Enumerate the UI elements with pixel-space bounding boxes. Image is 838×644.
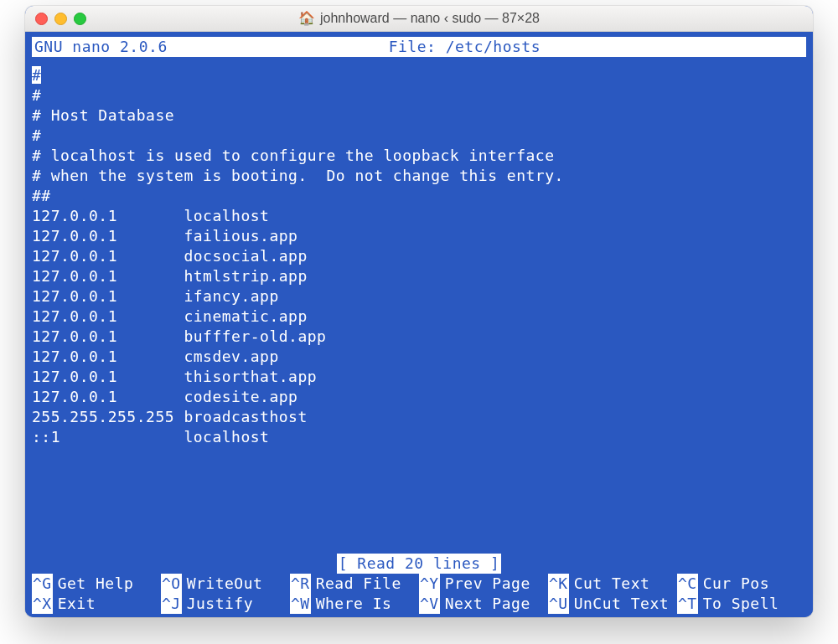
shortcut-key: ^V bbox=[419, 594, 440, 614]
shortcut-label: Get Help bbox=[58, 574, 134, 594]
close-icon[interactable] bbox=[35, 13, 48, 25]
minimize-icon[interactable] bbox=[54, 13, 67, 25]
shortcut-label: Prev Page bbox=[445, 574, 530, 594]
shortcut-key: ^U bbox=[548, 594, 569, 614]
editor-line[interactable]: # bbox=[32, 126, 806, 146]
shortcut-item[interactable]: ^KCut Text bbox=[548, 574, 677, 594]
shortcut-item[interactable]: ^RRead File bbox=[290, 574, 419, 594]
home-icon: 🏠 bbox=[298, 12, 315, 25]
shortcut-item[interactable]: ^TTo Spell bbox=[677, 594, 806, 614]
editor-line[interactable]: 127.0.0.1 ifancy.app bbox=[32, 286, 806, 307]
shortcut-label: Cut Text bbox=[574, 574, 650, 594]
titlebar: 🏠 johnhoward — nano ‹ sudo — 87×28 bbox=[25, 6, 813, 32]
shortcut-key: ^X bbox=[32, 594, 53, 614]
shortcut-key: ^W bbox=[290, 594, 311, 614]
editor-content[interactable]: ### Host Database## localhost is used to… bbox=[32, 65, 806, 554]
shortcut-key: ^O bbox=[161, 574, 182, 594]
shortcut-item[interactable]: ^GGet Help bbox=[32, 574, 161, 594]
editor-line[interactable]: 127.0.0.1 failious.app bbox=[32, 226, 806, 246]
nano-status-text: [ Read 20 lines ] bbox=[337, 554, 502, 574]
shortcut-item[interactable]: ^JJustify bbox=[161, 594, 290, 614]
shortcut-key: ^R bbox=[290, 574, 311, 594]
terminal-window: 🏠 johnhoward — nano ‹ sudo — 87×28 GNU n… bbox=[25, 6, 813, 617]
shortcut-key: ^J bbox=[161, 594, 182, 614]
editor-line[interactable]: 255.255.255.255 broadcasthost bbox=[32, 407, 806, 427]
shortcut-label: WriteOut bbox=[187, 574, 263, 594]
editor-line[interactable]: 127.0.0.1 codesite.app bbox=[32, 387, 806, 407]
shortcut-key: ^Y bbox=[419, 574, 440, 594]
nano-file-label: File: /etc/hosts bbox=[126, 37, 804, 57]
window-title-text: johnhoward — nano ‹ sudo — 87×28 bbox=[320, 11, 540, 26]
terminal-area[interactable]: GNU nano 2.0.6 File: /etc/hosts ### Host… bbox=[25, 32, 813, 617]
shortcut-item[interactable]: ^WWhere Is bbox=[290, 594, 419, 614]
nano-shortcuts: ^GGet Help^OWriteOut^RRead File^YPrev Pa… bbox=[32, 574, 806, 614]
shortcut-label: Cur Pos bbox=[703, 574, 769, 594]
editor-line[interactable]: # bbox=[32, 85, 806, 106]
editor-line[interactable]: 127.0.0.1 docsocial.app bbox=[32, 246, 806, 266]
shortcut-key: ^C bbox=[677, 574, 698, 594]
nano-status: [ Read 20 lines ] bbox=[32, 554, 806, 574]
editor-line[interactable]: 127.0.0.1 localhost bbox=[32, 206, 806, 226]
shortcut-key: ^G bbox=[32, 574, 53, 594]
shortcut-label: UnCut Text bbox=[574, 594, 669, 614]
traffic-lights bbox=[35, 13, 86, 25]
shortcut-key: ^T bbox=[677, 594, 698, 614]
editor-line[interactable]: 127.0.0.1 htmlstrip.app bbox=[32, 266, 806, 286]
shortcut-item[interactable]: ^CCur Pos bbox=[677, 574, 806, 594]
editor-line[interactable]: 127.0.0.1 cmsdev.app bbox=[32, 347, 806, 367]
shortcut-label: Read File bbox=[316, 574, 401, 594]
shortcut-item[interactable]: ^OWriteOut bbox=[161, 574, 290, 594]
editor-line[interactable]: ## bbox=[32, 186, 806, 206]
editor-line[interactable]: # when the system is booting. Do not cha… bbox=[32, 166, 806, 186]
shortcut-label: To Spell bbox=[703, 594, 779, 614]
zoom-icon[interactable] bbox=[74, 13, 86, 25]
editor-line[interactable]: ::1 localhost bbox=[32, 427, 806, 447]
shortcut-key: ^K bbox=[548, 574, 569, 594]
window-title: 🏠 johnhoward — nano ‹ sudo — 87×28 bbox=[25, 11, 813, 26]
shortcut-item[interactable]: ^YPrev Page bbox=[419, 574, 548, 594]
shortcut-label: Justify bbox=[187, 594, 253, 614]
editor-line[interactable]: # localhost is used to configure the loo… bbox=[32, 146, 806, 166]
editor-line[interactable]: # bbox=[32, 65, 806, 85]
shortcut-item[interactable]: ^UUnCut Text bbox=[548, 594, 677, 614]
shortcut-item[interactable]: ^VNext Page bbox=[419, 594, 548, 614]
shortcut-label: Exit bbox=[58, 594, 96, 614]
shortcut-label: Next Page bbox=[445, 594, 530, 614]
editor-line[interactable]: 127.0.0.1 bufffer-old.app bbox=[32, 327, 806, 347]
editor-line[interactable]: 127.0.0.1 cinematic.app bbox=[32, 307, 806, 327]
editor-line[interactable]: # Host Database bbox=[32, 106, 806, 126]
editor-line[interactable]: 127.0.0.1 thisorthat.app bbox=[32, 367, 806, 387]
cursor: # bbox=[32, 66, 41, 84]
nano-header: GNU nano 2.0.6 File: /etc/hosts bbox=[32, 37, 806, 57]
shortcut-label: Where Is bbox=[316, 594, 392, 614]
shortcut-item[interactable]: ^XExit bbox=[32, 594, 161, 614]
